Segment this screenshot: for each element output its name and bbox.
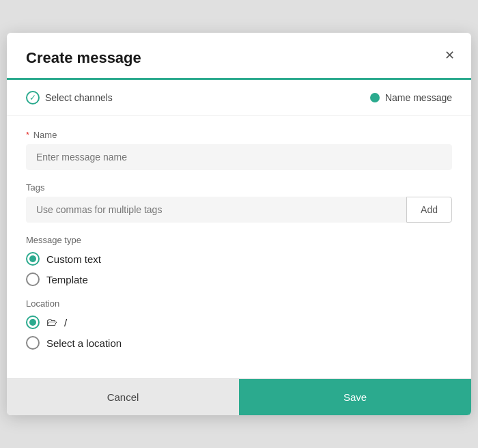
template-label: Template [46,274,88,285]
dialog-footer: Cancel Save [7,378,471,415]
custom-text-radio-dot [29,255,36,262]
dialog-title: Create message [26,49,452,67]
step2-dot-icon [370,93,380,102]
close-button[interactable]: ✕ [442,46,458,64]
message-type-radio-group: Custom text Template [26,252,452,286]
root-location-option[interactable]: 🗁 / [26,316,452,329]
cancel-button[interactable]: Cancel [7,379,239,415]
folder-icon: 🗁 [46,316,57,328]
step1-label: Select channels [45,92,113,103]
custom-text-radio[interactable] [26,252,40,266]
location-radio-group: 🗁 / Select a location [26,316,452,350]
add-tag-button[interactable]: Add [406,197,452,223]
root-location-radio-dot [29,319,36,326]
root-location-radio[interactable] [26,316,40,329]
template-radio[interactable] [26,272,40,286]
location-label: Location [26,298,452,309]
select-location-option[interactable]: Select a location [26,336,452,350]
location-group: Location 🗁 / Select a location [26,298,452,350]
step-2: Name message [370,92,452,103]
tags-row: Add [26,197,452,223]
dialog-body: * Name Tags Add Message type Custom text [7,116,471,373]
custom-text-option[interactable]: Custom text [26,252,452,266]
step2-label: Name message [385,92,452,103]
required-asterisk: * [26,130,29,140]
message-type-group: Message type Custom text Template [26,235,452,286]
tags-input[interactable] [26,197,406,223]
root-location-slash: / [64,317,67,328]
name-input[interactable] [26,144,452,170]
save-button[interactable]: Save [239,379,471,415]
progress-bar [7,78,471,80]
name-label: * Name [26,130,452,140]
tags-field-group: Tags Add [26,182,452,223]
custom-text-label: Custom text [46,253,101,265]
steps-row: ✓ Select channels Name message [7,80,471,116]
dialog-header: Create message ✕ [7,33,471,80]
name-field-group: * Name [26,130,452,170]
template-option[interactable]: Template [26,272,452,286]
create-message-dialog: Create message ✕ ✓ Select channels Name … [7,33,471,415]
select-location-label: Select a location [46,337,122,349]
message-type-label: Message type [26,235,452,245]
step1-check-icon: ✓ [26,91,40,104]
tags-label: Tags [26,182,452,193]
select-location-radio[interactable] [26,336,40,350]
step-1: ✓ Select channels [26,91,113,104]
